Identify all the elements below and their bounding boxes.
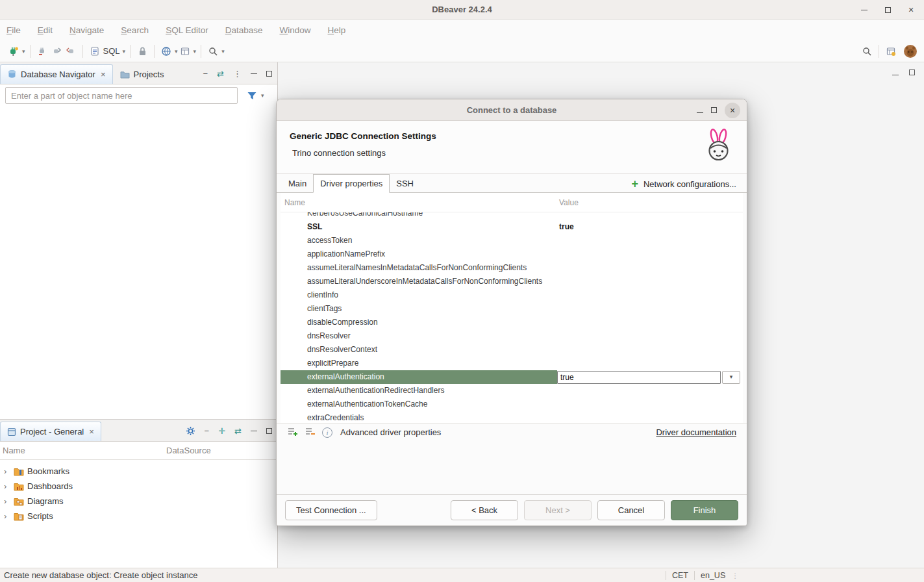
menu-help[interactable]: Help	[328, 25, 346, 35]
object-filter-input[interactable]	[5, 87, 238, 104]
collapse-all-icon[interactable]: −	[203, 69, 208, 79]
property-value-input[interactable]	[557, 371, 721, 384]
window-maximize-button[interactable]	[880, 2, 895, 18]
menu-search[interactable]: Search	[121, 25, 149, 35]
property-row[interactable]: externalAuthenticationRedirectHandlers	[281, 384, 743, 398]
new-connection-icon[interactable]	[6, 44, 21, 59]
locale-indicator[interactable]: en_US	[701, 571, 725, 580]
filter-chevron-icon[interactable]: ▾	[261, 92, 264, 99]
cancel-button[interactable]: Cancel	[597, 500, 665, 520]
timezone-indicator[interactable]: CET	[672, 571, 688, 580]
open-connection-icon[interactable]	[35, 44, 49, 59]
expand-all-icon[interactable]: ✛	[218, 426, 225, 436]
property-row[interactable]: extraCredentials	[281, 411, 743, 423]
tab-main[interactable]: Main	[282, 174, 313, 193]
props-column-value[interactable]: Value	[557, 198, 579, 207]
property-row[interactable]: applicationNamePrefix	[281, 247, 743, 261]
property-row[interactable]: assumeLiteralNamesInMetadataCallsForNonC…	[281, 261, 743, 275]
props-table[interactable]: KerberosUseCanonicalHostnameSSLtrueacces…	[281, 212, 743, 423]
filter-funnel-icon[interactable]	[247, 91, 257, 101]
navigator-tree[interactable]	[0, 107, 277, 354]
props-column-name[interactable]: Name	[281, 198, 557, 207]
property-row[interactable]: dnsResolver	[281, 329, 743, 343]
commit-icon[interactable]	[49, 44, 64, 59]
dialog-maximize-button[interactable]	[711, 105, 717, 115]
finish-button[interactable]: Finish	[671, 500, 738, 520]
sql-editor-chevron-icon[interactable]: ▾	[123, 48, 126, 55]
window-minimize-button[interactable]	[856, 2, 872, 18]
property-row[interactable]: assumeLiteralUnderscoreInMetadataCallsFo…	[281, 275, 743, 288]
property-row[interactable]: KerberosUseCanonicalHostname	[281, 212, 743, 220]
search-tool-icon[interactable]	[206, 44, 220, 59]
value-dropdown-button[interactable]: ▾	[722, 371, 740, 384]
add-property-icon[interactable]	[287, 427, 298, 438]
collapse-all-icon[interactable]: −	[205, 426, 210, 436]
tree-item-dashboards[interactable]: ›Dashboards	[0, 479, 277, 494]
globe-icon[interactable]	[159, 44, 173, 59]
menu-database[interactable]: Database	[225, 25, 263, 35]
panel-minimize-icon[interactable]	[251, 73, 257, 74]
panel-maximize-icon[interactable]	[266, 71, 272, 77]
tab-driver-properties[interactable]: Driver properties	[313, 174, 390, 193]
property-value	[557, 411, 743, 423]
next-button[interactable]: Next >	[524, 500, 592, 520]
sql-editor-label[interactable]: SQL	[103, 46, 120, 56]
main-toolbar: ▾ SQL ▾ ▾ ▾ ▾	[0, 40, 924, 62]
link-with-editor-icon[interactable]: ⇄	[234, 426, 242, 436]
editor-maximize-icon[interactable]	[909, 68, 915, 77]
column-datasource[interactable]: DataSource	[166, 446, 211, 455]
link-with-editor-icon[interactable]: ⇄	[217, 69, 224, 79]
lock-icon[interactable]	[135, 44, 149, 59]
chevron-right-icon[interactable]: ›	[4, 496, 10, 506]
panel-minimize-icon[interactable]	[251, 431, 257, 431]
network-configurations-button[interactable]: + Network configurations...	[631, 174, 736, 194]
tree-item-bookmarks[interactable]: ›Bookmarks	[0, 464, 277, 479]
property-row[interactable]: dnsResolverContext	[281, 343, 743, 357]
back-button[interactable]: < Back	[451, 500, 518, 520]
menu-edit[interactable]: Edit	[38, 25, 53, 35]
quick-search-icon[interactable]	[860, 44, 874, 59]
chevron-right-icon[interactable]: ›	[4, 466, 10, 476]
window-close-button[interactable]: ×	[903, 2, 919, 18]
search-tool-chevron-icon[interactable]: ▾	[221, 48, 225, 55]
tab-projects[interactable]: Projects	[113, 64, 171, 84]
tab-project-general[interactable]: Project - General ×	[0, 422, 101, 441]
sql-editor-icon[interactable]	[88, 44, 102, 59]
driver-documentation-link[interactable]: Driver documentation	[656, 427, 736, 437]
layout-panel-chevron-icon[interactable]: ▾	[194, 48, 197, 55]
gear-icon[interactable]	[186, 426, 195, 436]
editor-minimize-icon[interactable]	[892, 68, 899, 77]
property-row[interactable]: accessToken	[281, 234, 743, 247]
property-row[interactable]: externalAuthentication▾	[281, 370, 743, 384]
property-row[interactable]: explicitPrepare	[281, 357, 743, 370]
tab-database-navigator[interactable]: Database Navigator ×	[0, 64, 113, 84]
user-avatar[interactable]	[903, 44, 918, 59]
tab-ssh[interactable]: SSH	[390, 174, 420, 193]
property-row[interactable]: SSLtrue	[281, 220, 743, 234]
remove-property-icon[interactable]	[305, 427, 316, 438]
menu-navigate[interactable]: Navigate	[69, 25, 104, 35]
chevron-right-icon[interactable]: ›	[4, 481, 10, 491]
property-row[interactable]: disableCompression	[281, 316, 743, 329]
test-connection-button[interactable]: Test Connection ...	[285, 500, 377, 520]
property-row[interactable]: externalAuthenticationTokenCache	[281, 398, 743, 411]
dialog-close-button[interactable]: ×	[725, 103, 740, 118]
chevron-right-icon[interactable]: ›	[4, 511, 10, 521]
tree-item-diagrams[interactable]: ›Diagrams	[0, 494, 277, 509]
tab-close-icon[interactable]: ×	[89, 427, 94, 436]
view-menu-icon[interactable]: ⋮	[233, 69, 242, 79]
new-connection-chevron-icon[interactable]: ▾	[22, 48, 25, 55]
rollback-icon[interactable]	[64, 44, 78, 59]
tree-item-scripts[interactable]: ›Scripts	[0, 509, 277, 524]
perspective-icon[interactable]	[884, 44, 898, 59]
menu-file[interactable]: File	[6, 25, 21, 35]
property-row[interactable]: clientTags	[281, 302, 743, 316]
layout-panel-icon[interactable]	[178, 44, 192, 59]
column-name[interactable]: Name	[0, 446, 166, 455]
tab-close-icon[interactable]: ×	[101, 70, 106, 79]
panel-maximize-icon[interactable]	[266, 428, 272, 434]
property-row[interactable]: clientInfo	[281, 288, 743, 302]
menu-sql-editor[interactable]: SQL Editor	[166, 25, 208, 35]
menu-window[interactable]: Window	[279, 25, 310, 35]
dialog-minimize-button[interactable]	[697, 105, 703, 115]
